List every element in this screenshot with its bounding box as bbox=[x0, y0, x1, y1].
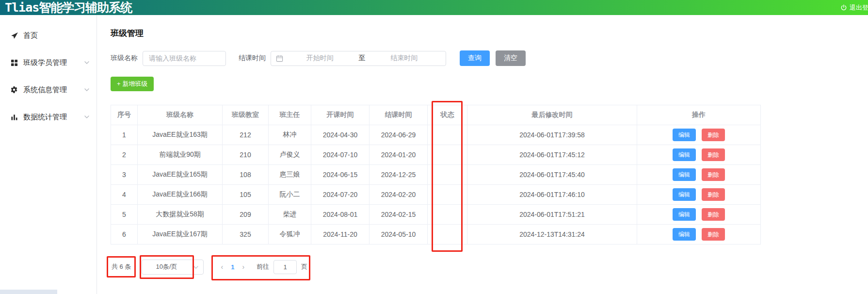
table-header-row: 序号 班级名称 班级教室 班主任 开课时间 结课时间 状态 最后修改时间 操作 bbox=[111, 105, 761, 125]
end-date-placeholder: 结束时间 bbox=[368, 54, 441, 63]
page-title: 班级管理 bbox=[111, 28, 868, 39]
cell-name: 大数据就业58期 bbox=[138, 205, 223, 225]
gear-icon bbox=[10, 86, 18, 94]
sidebar-item-data-stats-mgmt[interactable]: 数据统计管理 bbox=[0, 103, 96, 131]
clear-button[interactable]: 清空 bbox=[496, 50, 526, 66]
jump-suffix-label: 页 bbox=[301, 262, 307, 271]
chevron-down-icon bbox=[84, 114, 90, 120]
cell-end: 2024-05-10 bbox=[370, 225, 428, 245]
cell-status bbox=[428, 225, 467, 245]
cell-name: JavaEE就业165期 bbox=[138, 165, 223, 185]
delete-button[interactable]: 删除 bbox=[702, 188, 725, 201]
page-size-select[interactable]: 10条/页 bbox=[142, 260, 204, 275]
table-row: 5 大数据就业58期 209 柴进 2024-08-01 2024-02-15 … bbox=[111, 205, 761, 225]
chevron-down-icon bbox=[84, 87, 90, 93]
sidebar-item-label: 班级学员管理 bbox=[23, 58, 67, 67]
sidebar-item-label: 数据统计管理 bbox=[23, 113, 67, 122]
next-page-button[interactable]: › bbox=[238, 263, 249, 271]
sidebar-item-class-student-mgmt[interactable]: 班级学员管理 bbox=[0, 49, 96, 76]
cell-end: 2024-02-15 bbox=[370, 205, 428, 225]
cell-name: JavaEE就业167期 bbox=[138, 225, 223, 245]
delete-button[interactable]: 删除 bbox=[702, 228, 725, 241]
table-row: 2 前端就业90期 210 卢俊义 2024-07-10 2024-01-20 … bbox=[111, 145, 761, 165]
date-range-picker[interactable]: 开始时间 至 结束时间 bbox=[271, 51, 446, 66]
add-class-button[interactable]: + 新增班级 bbox=[111, 77, 154, 91]
cell-name: JavaEE就业166期 bbox=[138, 185, 223, 205]
edit-button[interactable]: 编辑 bbox=[673, 148, 696, 161]
col-header-end: 结课时间 bbox=[370, 105, 428, 125]
sidebar-item-system-info-mgmt[interactable]: 系统信息管理 bbox=[0, 76, 96, 103]
cell-room: 108 bbox=[223, 165, 269, 185]
col-header-actions: 操作 bbox=[637, 105, 761, 125]
bottom-scrollbar-fragment[interactable] bbox=[0, 290, 57, 294]
cell-teacher: 扈三娘 bbox=[269, 165, 311, 185]
cell-name: JavaEE就业163期 bbox=[138, 125, 223, 145]
app-header: Tlias智能学习辅助系统 退出登录 bbox=[0, 0, 868, 15]
pager: ‹ 1 › 前往 页 bbox=[216, 260, 307, 275]
col-header-teacher: 班主任 bbox=[269, 105, 311, 125]
jump-page-input[interactable] bbox=[273, 260, 297, 274]
edit-button[interactable]: 编辑 bbox=[673, 129, 696, 141]
cell-status bbox=[428, 165, 467, 185]
edit-button[interactable]: 编辑 bbox=[673, 208, 696, 221]
sidebar: 首页 班级学员管理 系统信息管理 数据统计管理 bbox=[0, 15, 97, 294]
class-table-wrap: 序号 班级名称 班级教室 班主任 开课时间 结课时间 状态 最后修改时间 操作 … bbox=[111, 105, 760, 245]
col-header-room: 班级教室 bbox=[223, 105, 269, 125]
cell-actions: 编辑 删除 bbox=[637, 205, 761, 225]
prev-page-button[interactable]: ‹ bbox=[216, 263, 227, 271]
power-icon bbox=[840, 4, 847, 11]
sidebar-item-home[interactable]: 首页 bbox=[0, 22, 96, 49]
cell-no: 2 bbox=[111, 145, 138, 165]
main-content: 班级管理 班级名称 结课时间 开始时间 至 结束时间 查询 清空 + 新增班级 bbox=[97, 15, 868, 294]
search-button[interactable]: 查询 bbox=[460, 50, 490, 66]
delete-button[interactable]: 删除 bbox=[702, 129, 725, 141]
cell-start: 2024-11-20 bbox=[311, 225, 370, 245]
class-name-input[interactable] bbox=[143, 51, 226, 66]
col-header-status: 状态 bbox=[428, 105, 467, 125]
calendar-icon bbox=[276, 55, 283, 62]
cell-start: 2024-04-30 bbox=[311, 125, 370, 145]
cell-modified: 2024-06-01T17:39:58 bbox=[467, 125, 637, 145]
cell-end: 2024-01-20 bbox=[370, 145, 428, 165]
cell-no: 4 bbox=[111, 185, 138, 205]
table-row: 1 JavaEE就业163期 212 林冲 2024-04-30 2024-06… bbox=[111, 125, 761, 145]
cell-teacher: 卢俊义 bbox=[269, 145, 311, 165]
filter-bar: 班级名称 结课时间 开始时间 至 结束时间 查询 清空 bbox=[111, 50, 868, 66]
chevron-down-icon bbox=[84, 60, 90, 65]
app-title: Tlias智能学习辅助系统 bbox=[5, 0, 132, 15]
cell-actions: 编辑 删除 bbox=[637, 225, 761, 245]
col-header-start: 开课时间 bbox=[311, 105, 370, 125]
cell-start: 2024-08-01 bbox=[311, 205, 370, 225]
edit-button[interactable]: 编辑 bbox=[673, 188, 696, 201]
edit-button[interactable]: 编辑 bbox=[673, 168, 696, 181]
current-page-number[interactable]: 1 bbox=[227, 263, 238, 271]
pagination-bar: 共 6 条 10条/页 ‹ 1 › 前往 页 bbox=[111, 257, 868, 277]
cell-room: 210 bbox=[223, 145, 269, 165]
date-separator: 至 bbox=[357, 54, 368, 63]
delete-button[interactable]: 删除 bbox=[702, 168, 725, 181]
cell-status bbox=[428, 185, 467, 205]
cell-actions: 编辑 删除 bbox=[637, 185, 761, 205]
cell-teacher: 令狐冲 bbox=[269, 225, 311, 245]
cell-actions: 编辑 删除 bbox=[637, 145, 761, 165]
delete-button[interactable]: 删除 bbox=[702, 208, 725, 221]
cell-modified: 2024-06-01T17:45:12 bbox=[467, 145, 637, 165]
table-row: 3 JavaEE就业165期 108 扈三娘 2024-06-15 2024-1… bbox=[111, 165, 761, 185]
cell-modified: 2024-06-01T17:51:21 bbox=[467, 205, 637, 225]
cell-room: 325 bbox=[223, 225, 269, 245]
start-date-placeholder: 开始时间 bbox=[283, 54, 357, 63]
bar-chart-icon bbox=[10, 114, 18, 121]
cell-end: 2024-06-29 bbox=[370, 125, 428, 145]
cell-modified: 2024-06-01T17:45:40 bbox=[467, 165, 637, 185]
delete-button[interactable]: 删除 bbox=[702, 148, 725, 161]
class-table: 序号 班级名称 班级教室 班主任 开课时间 结课时间 状态 最后修改时间 操作 … bbox=[111, 105, 761, 245]
logout-button[interactable]: 退出登录 bbox=[840, 0, 868, 15]
cell-no: 3 bbox=[111, 165, 138, 185]
cell-start: 2024-07-20 bbox=[311, 185, 370, 205]
cell-status bbox=[428, 125, 467, 145]
cell-status bbox=[428, 145, 467, 165]
edit-button[interactable]: 编辑 bbox=[673, 228, 696, 241]
jump-prefix-label: 前往 bbox=[257, 262, 269, 271]
col-header-modified: 最后修改时间 bbox=[467, 105, 637, 125]
cell-name: 前端就业90期 bbox=[138, 145, 223, 165]
